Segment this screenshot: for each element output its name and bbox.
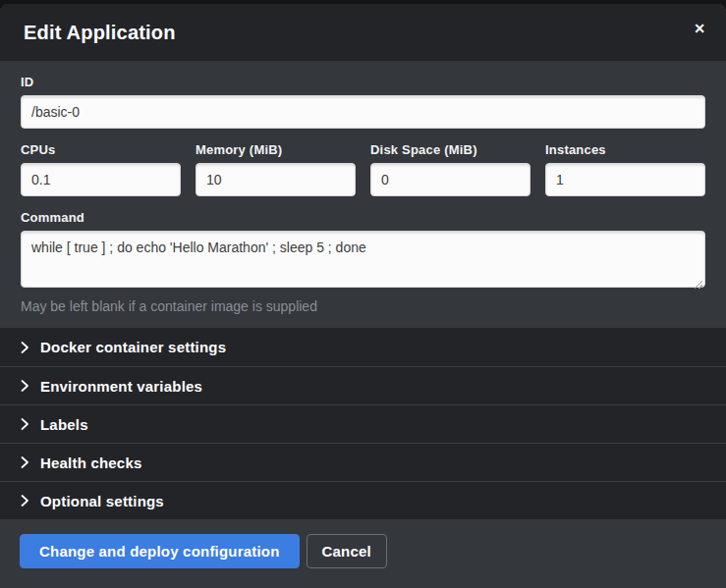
disk-label: Disk Space (MiB): [370, 142, 531, 157]
close-icon[interactable]: ✕: [689, 18, 710, 39]
section-optional-settings[interactable]: Optional settings: [0, 481, 726, 519]
instances-label: Instances: [545, 142, 705, 157]
edit-application-modal: Edit Application ✕ ID CPUs Memory (MiB) …: [0, 4, 726, 588]
chevron-right-icon: [21, 418, 29, 430]
disk-field-group: Disk Space (MiB): [370, 142, 531, 196]
cancel-button[interactable]: Cancel: [307, 534, 387, 568]
cpus-label: CPUs: [21, 142, 181, 157]
resources-row: CPUs Memory (MiB) Disk Space (MiB) Insta…: [21, 142, 705, 196]
id-field-group: ID: [21, 75, 705, 129]
command-label: Command: [21, 210, 705, 225]
memory-field-group: Memory (MiB): [195, 142, 356, 196]
section-docker-container-settings[interactable]: Docker container settings: [0, 328, 726, 366]
modal-header: Edit Application ✕: [0, 4, 726, 61]
section-label: Optional settings: [40, 493, 164, 509]
command-textarea[interactable]: while [ true ] ; do echo 'Hello Marathon…: [21, 231, 705, 288]
section-label: Health checks: [40, 454, 141, 471]
id-label: ID: [21, 75, 705, 89]
chevron-right-icon: [21, 380, 29, 392]
section-label: Docker container settings: [40, 339, 226, 355]
modal-title: Edit Application: [24, 22, 176, 44]
modal-footer: Change and deploy configuration Cancel: [0, 519, 726, 588]
section-label: Labels: [40, 416, 88, 433]
section-label: Environment variables: [40, 378, 202, 395]
section-environment-variables[interactable]: Environment variables: [0, 366, 726, 404]
memory-label: Memory (MiB): [195, 142, 356, 157]
section-health-checks[interactable]: Health checks: [0, 443, 726, 481]
chevron-right-icon: [21, 495, 29, 507]
cpus-input[interactable]: [21, 163, 181, 196]
disk-input[interactable]: [370, 163, 531, 196]
change-and-deploy-button[interactable]: Change and deploy configuration: [20, 534, 300, 568]
id-input[interactable]: [21, 95, 705, 129]
chevron-right-icon: [21, 456, 29, 468]
instances-input[interactable]: [545, 163, 705, 196]
application-form: ID CPUs Memory (MiB) Disk Space (MiB) In…: [0, 61, 726, 328]
instances-field-group: Instances: [545, 142, 705, 196]
memory-input[interactable]: [195, 163, 356, 196]
command-help-text: May be left blank if a container image i…: [21, 298, 705, 314]
chevron-right-icon: [21, 342, 29, 353]
section-labels[interactable]: Labels: [0, 404, 726, 443]
command-field-group: Command while [ true ] ; do echo 'Hello …: [21, 210, 705, 314]
collapsible-sections: Docker container settings Environment va…: [0, 328, 726, 519]
cpus-field-group: CPUs: [21, 142, 181, 196]
